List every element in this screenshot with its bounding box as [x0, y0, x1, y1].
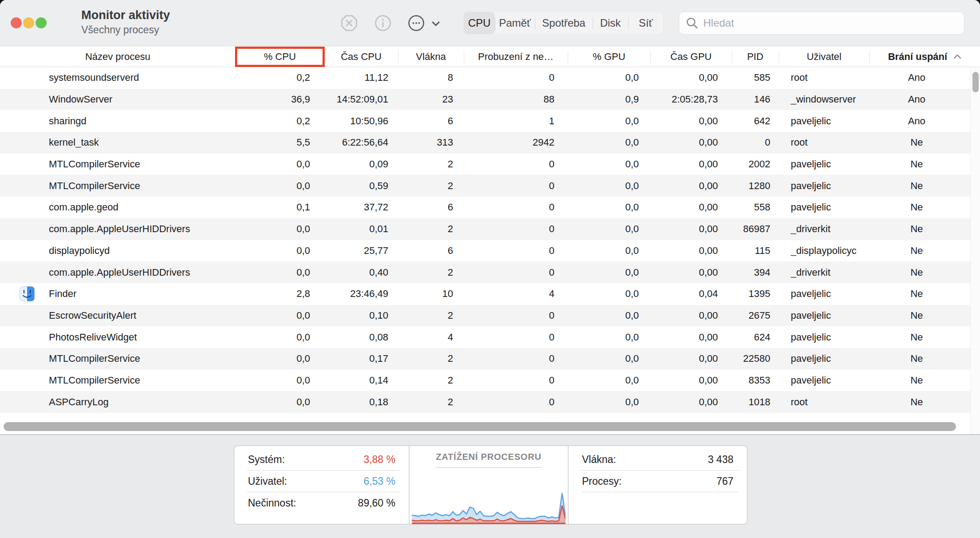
- column-header-pid[interactable]: PID: [732, 47, 779, 67]
- process-name-cell: sharingd: [0, 110, 235, 132]
- user-cell: paveljelic: [779, 326, 869, 348]
- inspect-process-button[interactable]: [374, 14, 392, 32]
- process-table: systemsoundserverd 0,2 11,12 8 0 0,0 0,0…: [0, 67, 980, 434]
- threads-cell: 2: [398, 370, 464, 392]
- threads-cell: 2: [398, 175, 464, 197]
- user-cell: paveljelic: [779, 154, 869, 175]
- threads-value: 3 438: [708, 454, 733, 466]
- threads-cell: 2: [398, 154, 464, 175]
- search-input[interactable]: [703, 17, 958, 29]
- more-options-chevron-button[interactable]: [430, 18, 442, 30]
- user-value: 6,53 %: [363, 475, 395, 487]
- table-row[interactable]: PhotosReliveWidget 0,0 0,08 4 0 0,0 0,00…: [0, 326, 980, 348]
- tab-memory[interactable]: Paměť: [495, 12, 535, 34]
- process-name-cell: MTLCompilerService: [0, 348, 235, 370]
- cpu-cell: 0,0: [235, 305, 324, 327]
- vertical-scrollbar[interactable]: [970, 67, 980, 434]
- processes-stat-row: Procesy: 767: [569, 471, 747, 492]
- user-cell: _windowserver: [779, 89, 869, 111]
- process-name: MTLCompilerService: [49, 375, 140, 386]
- gputime-cell: 0,00: [650, 175, 732, 197]
- process-count-stats: Vlákna: 3 438 Procesy: 767: [569, 446, 747, 524]
- user-cell: paveljelic: [779, 175, 869, 197]
- tab-network[interactable]: Síť: [628, 12, 663, 34]
- table-row[interactable]: ASPCarryLog 0,0 0,18 2 0 0,0 0,00 1018 r…: [0, 391, 980, 413]
- vertical-scrollbar-thumb[interactable]: [972, 72, 979, 92]
- tab-cpu[interactable]: CPU: [464, 12, 495, 34]
- column-header-cputime[interactable]: Čas CPU: [324, 47, 398, 67]
- table-row[interactable]: com.apple.geod 0,1 37,72 6 0 0,0 0,00 55…: [0, 197, 980, 218]
- table-row[interactable]: WindowServer 36,9 14:52:09,01 23 88 0,9 …: [0, 89, 980, 111]
- cpu-cell: 0,0: [235, 348, 324, 370]
- column-header-wakes[interactable]: Probuzení z ne…: [464, 47, 568, 67]
- threads-cell: 8: [398, 67, 464, 89]
- cpu-stats-panel: Systém: 3,88 % Uživatel: 6,53 % Nečinnos…: [234, 445, 748, 525]
- process-name: kernel_task: [49, 137, 99, 148]
- wakes-cell: 1: [464, 110, 568, 132]
- table-row[interactable]: com.apple.AppleUserHIDDrivers 0,0 0,01 2…: [0, 218, 980, 240]
- close-button[interactable]: [11, 17, 22, 28]
- table-row[interactable]: MTLCompilerService 0,0 0,14 2 0 0,0 0,00…: [0, 370, 980, 392]
- column-header-preventing-sleep[interactable]: Brání uspání: [869, 47, 980, 67]
- threads-cell: 10: [398, 283, 464, 305]
- stop-process-button[interactable]: [340, 14, 359, 32]
- column-header-threads[interactable]: Vlákna: [398, 47, 464, 67]
- cputime-cell: 10:50,96: [324, 110, 398, 132]
- table-row[interactable]: MTLCompilerService 0,0 0,59 2 0 0,0 0,00…: [0, 175, 980, 197]
- table-row[interactable]: EscrowSecurityAlert 0,0 0,10 2 0 0,0 0,0…: [0, 305, 980, 327]
- gpu-cell: 0,0: [568, 175, 650, 197]
- tab-disk[interactable]: Disk: [593, 12, 628, 34]
- cputime-cell: 0,09: [324, 154, 398, 175]
- wakes-cell: 0: [464, 305, 568, 327]
- column-header-name[interactable]: Název procesu: [0, 47, 235, 67]
- user-cell: root: [779, 391, 869, 413]
- table-row[interactable]: MTLCompilerService 0,0 0,09 2 0 0,0 0,00…: [0, 154, 980, 175]
- preventing-sleep-cell: Ano: [869, 110, 980, 132]
- table-row[interactable]: kernel_task 5,5 6:22:56,64 313 2942 0,0 …: [0, 132, 980, 154]
- column-header-gpu[interactable]: % GPU: [568, 47, 650, 67]
- process-name-cell: com.apple.geod: [0, 197, 235, 218]
- process-name-cell: systemsoundserverd: [0, 67, 235, 89]
- process-name: MTLCompilerService: [49, 180, 140, 192]
- table-row[interactable]: MTLCompilerService 0,0 0,17 2 0 0,0 0,00…: [0, 348, 980, 370]
- table-row[interactable]: displaypolicyd 0,0 25,77 6 0 0,0 0,00 11…: [0, 240, 980, 262]
- view-tabs: CPU Paměť Spotřeba Disk Síť: [463, 12, 664, 35]
- wakes-cell: 2942: [464, 132, 568, 154]
- cputime-cell: 0,08: [324, 326, 398, 348]
- table-row[interactable]: systemsoundserverd 0,2 11,12 8 0 0,0 0,0…: [0, 67, 980, 89]
- pid-cell: 1018: [732, 391, 779, 413]
- more-options-button[interactable]: [407, 14, 426, 32]
- horizontal-scrollbar[interactable]: [0, 420, 980, 433]
- tab-energy[interactable]: Spotřeba: [535, 12, 593, 34]
- cputime-cell: 14:52:09,01: [324, 89, 398, 111]
- column-header-user[interactable]: Uživatel: [779, 47, 869, 67]
- cputime-cell: 0,40: [324, 261, 398, 283]
- user-cell: paveljelic: [779, 370, 869, 392]
- gpu-cell: 0,0: [568, 261, 650, 283]
- user-label: Uživatel:: [248, 475, 287, 487]
- cpu-cell: 0,0: [235, 326, 324, 348]
- cpu-cell: 0,2: [235, 110, 324, 132]
- cputime-cell: 23:46,49: [324, 283, 398, 305]
- table-row[interactable]: sharingd 0,2 10:50,96 6 1 0,0 0,00 642 p…: [0, 110, 980, 132]
- search-field: [679, 12, 964, 35]
- process-name: WindowServer: [49, 94, 112, 105]
- wakes-cell: 0: [464, 391, 568, 413]
- pid-cell: 642: [732, 110, 779, 132]
- sort-ascending-icon: [953, 54, 961, 59]
- table-row[interactable]: Finder 2,8 23:46,49 10 4 0,0 0,04 1395 p…: [0, 283, 980, 305]
- minimize-button[interactable]: [23, 17, 34, 28]
- horizontal-scrollbar-thumb[interactable]: [4, 422, 956, 431]
- pid-cell: 115: [732, 240, 779, 262]
- gpu-cell: 0,0: [568, 391, 650, 413]
- gpu-cell: 0,0: [568, 326, 650, 348]
- wakes-cell: 0: [464, 261, 568, 283]
- column-header-cpu[interactable]: % CPU: [235, 47, 324, 67]
- fullscreen-button[interactable]: [36, 17, 47, 28]
- cpu-percentage-stats: Systém: 3,88 % Uživatel: 6,53 % Nečinnos…: [235, 446, 410, 524]
- cpu-cell: 0,0: [235, 175, 324, 197]
- gpu-cell: 0,0: [568, 218, 650, 240]
- cpu-cell: 0,0: [235, 240, 324, 262]
- column-header-gputime[interactable]: Čas GPU: [650, 47, 732, 67]
- table-row[interactable]: com.apple.AppleUserHIDDrivers 0,0 0,40 2…: [0, 261, 980, 283]
